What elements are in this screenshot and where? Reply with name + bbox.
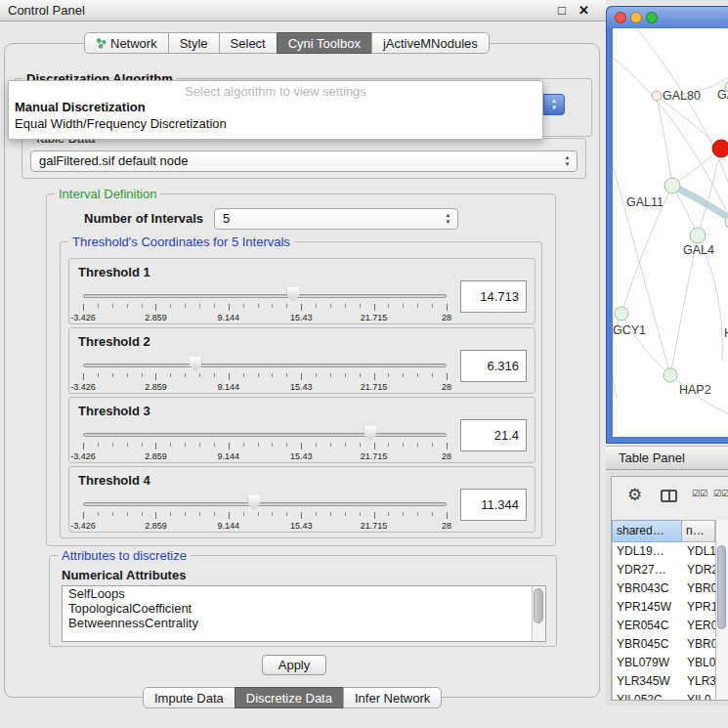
network-node[interactable] (664, 368, 677, 382)
table-row[interactable]: YBR045CYBR0… (613, 635, 715, 654)
algorithm-popup-options: Manual DiscretizationEqual Width/Frequen… (9, 99, 542, 132)
algorithm-select-stepper-icon[interactable] (543, 94, 565, 115)
network-tab-icon (96, 38, 107, 49)
slider-tick-major (447, 304, 448, 311)
bottom-tab-impute-data[interactable]: Impute Data (143, 687, 236, 708)
threshold-value[interactable]: 14.713 (460, 280, 527, 313)
column-header-name[interactable]: n… (682, 520, 715, 542)
gear-icon[interactable]: ⚙ (627, 485, 642, 505)
algorithm-option[interactable]: Manual Discretization (9, 99, 542, 115)
threshold-slider[interactable]: -3.4262.8599.14415.4321.71528 (83, 354, 447, 393)
table-row[interactable]: YIL052CYIL0… (613, 691, 715, 700)
columns-icon[interactable] (661, 490, 677, 502)
table-row[interactable]: YDL19…YDL1… (613, 542, 715, 561)
threshold-value[interactable]: 6.316 (460, 350, 527, 382)
table-data-select[interactable]: galFiltered.sif default node (30, 150, 578, 172)
network-node[interactable] (664, 178, 680, 193)
bottom-tab-discretize-data[interactable]: Discretize Data (235, 687, 344, 708)
threshold-slider[interactable]: -3.4262.8599.14415.4321.71528 (83, 423, 447, 462)
table-row[interactable]: YLR345WYLR3… (613, 672, 715, 691)
slider-tick-label: 2.859 (145, 521, 167, 531)
table-row[interactable]: YBR043CYBR0… (613, 579, 715, 598)
attribute-item[interactable]: TopologicalCoefficient (63, 601, 545, 616)
slider-tick-label: 2.859 (145, 451, 167, 461)
slider-tick (199, 373, 200, 377)
slider-tick-major (83, 304, 84, 311)
float-window-icon[interactable]: □ (558, 3, 566, 18)
table-data-select-value: galFiltered.sif default node (39, 153, 188, 168)
slider-tick-label: 28 (442, 313, 451, 322)
table-scroll-thumb[interactable] (717, 545, 726, 629)
tab-label: jActiveMNodules (383, 36, 478, 51)
network-node[interactable] (690, 228, 706, 243)
threshold-slider[interactable]: -3.4262.8599.14415.4321.71528 (83, 492, 447, 532)
attribute-list[interactable]: SelfLoopsTopologicalCoefficientBetweenne… (62, 585, 546, 642)
slider-tick (142, 512, 143, 516)
table-row[interactable]: YDR27…YDR2… (613, 561, 715, 579)
tab-select[interactable]: Select (219, 32, 278, 54)
slider-tick (403, 512, 404, 516)
tab-label: Style (180, 36, 208, 51)
network-window-titlebar[interactable] (607, 7, 728, 28)
table-row[interactable]: YBL079WYBL0… (613, 654, 715, 672)
slider-tick (142, 304, 143, 308)
network-node[interactable] (652, 91, 662, 101)
tab-network[interactable]: Network (84, 32, 169, 54)
select-rows-icon[interactable]: ☑☑ (713, 489, 728, 498)
number-of-intervals-stepper-icon[interactable] (442, 211, 454, 227)
table-scrollbar[interactable] (715, 520, 728, 700)
network-node[interactable] (712, 140, 728, 157)
slider-tick-label: 28 (442, 451, 451, 461)
slider-tick (243, 443, 244, 447)
slider-tick (185, 373, 186, 377)
slider-thumb[interactable] (190, 357, 202, 371)
number-of-intervals-select[interactable]: 5 (214, 208, 458, 230)
table-row[interactable]: YPR145WYPR1… (613, 598, 715, 617)
bottom-tab-infer-network[interactable]: Infer Network (343, 687, 442, 708)
network-canvas[interactable]: GAL80GAGAL11GAL4GCY1HHAP2 (613, 28, 728, 437)
slider-tick (286, 304, 287, 308)
slider-tick-major (301, 512, 302, 519)
cell-name: YPR1… (683, 598, 715, 617)
slider-tick-label: -3.426 (70, 521, 96, 531)
slider-tick (316, 512, 317, 516)
close-panel-icon[interactable]: ✕ (578, 3, 589, 18)
tab-cyni-toolbox[interactable]: Cyni Toolbox (277, 32, 372, 54)
threshold-value[interactable]: 21.4 (460, 419, 527, 451)
slider-thumb[interactable] (247, 495, 260, 510)
attribute-list-scrollbar[interactable] (532, 586, 545, 641)
slider-tick (345, 304, 346, 308)
close-button[interactable] (615, 12, 626, 23)
slider-tick (127, 443, 128, 447)
slider-tick-labels: -3.4262.8599.14415.4321.71528 (83, 521, 447, 531)
thresholds-group-title: Threshold's Coordinates for 5 Intervals (68, 235, 294, 249)
network-node[interactable] (615, 307, 628, 321)
minimize-button[interactable] (630, 12, 642, 23)
slider-thumb[interactable] (364, 426, 376, 441)
select-all-columns-icon[interactable]: ☑☑ (692, 489, 707, 498)
slider-tick (185, 443, 186, 447)
slider-tick (243, 512, 244, 516)
slider-ticks (83, 512, 447, 520)
algorithm-option[interactable]: Equal Width/Frequency Discretization (9, 115, 542, 132)
tab-style[interactable]: Style (168, 32, 220, 54)
slider-ticks (83, 373, 447, 381)
slider-tick-major (447, 443, 448, 450)
slider-tick (214, 304, 215, 308)
threshold-value[interactable]: 11.344 (460, 489, 527, 521)
slider-tick (360, 373, 361, 377)
apply-button[interactable]: Apply (262, 655, 326, 675)
zoom-button[interactable] (646, 12, 658, 23)
slider-tick-label: 9.144 (218, 382, 240, 392)
slider-thumb[interactable] (286, 287, 299, 302)
slider-tick-major (155, 512, 156, 519)
table-data-stepper-icon[interactable] (561, 153, 574, 169)
column-header-shared-name[interactable]: shared… (612, 520, 682, 542)
table-body: YDL19…YDL1…YDR27…YDR2…YBR043CYBR0…YPR145… (612, 542, 715, 700)
attribute-list-scroll-thumb[interactable] (534, 588, 543, 623)
table-row[interactable]: YER054CYER0… (613, 617, 715, 635)
attribute-item[interactable]: BetweennessCentrality (63, 616, 545, 630)
threshold-slider[interactable]: -3.4262.8599.14415.4321.71528 (83, 284, 447, 323)
attribute-item[interactable]: SelfLoops (63, 586, 545, 601)
tab-jactivemnodules[interactable]: jActiveMNodules (371, 32, 490, 54)
